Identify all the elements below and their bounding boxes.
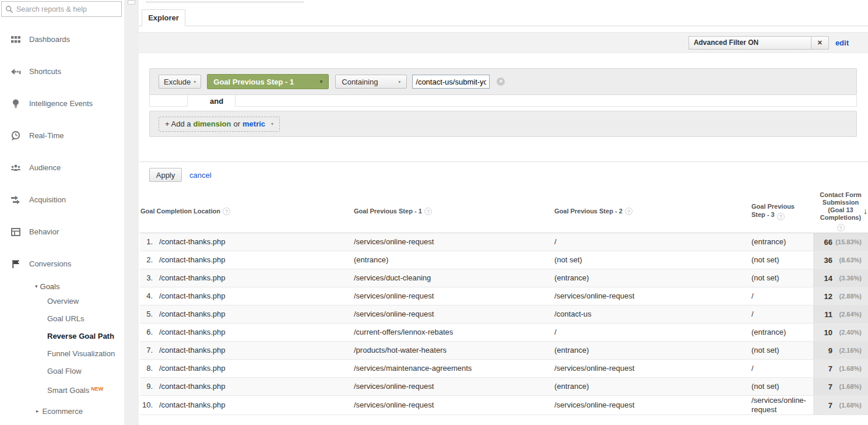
sidebar-item-goals-overview[interactable]: Overview [0,293,124,310]
filter-condition-row: Exclude▾ Goal Previous Step - 1▾ Contain… [149,68,857,95]
advanced-filter-edit-link[interactable]: edit [835,38,849,47]
column-header-metric[interactable]: Contact Form Submission (Goal 13 Complet… [813,189,868,233]
cell-goal-completion-location: /contact-thanks.php [153,310,354,319]
cell-goal-previous-step-1: /products/hot-water-heaters [354,346,554,355]
sidebar-item-smart-goals[interactable]: Smart GoalsNEW [0,380,124,398]
exclude-dropdown[interactable]: Exclude▾ [159,75,201,89]
help-icon[interactable]: ? [777,213,785,220]
cell-goal-completion-location: /contact-thanks.php [153,255,354,265]
report-search-box[interactable] [1,1,122,17]
chevron-down-icon: ▾ [320,79,323,85]
tab-explorer[interactable]: Explorer [142,9,185,26]
sidebar-item-goal-urls[interactable]: Goal URLs [0,310,124,328]
chevron-down-icon: ▾ [194,79,196,85]
sidebar-item-shortcuts[interactable]: Shortcuts [0,55,124,87]
clear-filter-icon[interactable]: ✕ [497,78,505,86]
cell-goal-previous-step-3: (entrance) [751,328,813,337]
report-toolbar: Advanced Filter ON ✕ edit [139,32,868,53]
table-row: 9. /contact-thanks.php /services/online-… [140,378,868,396]
dimension-select-label: Goal Previous Step - 1 [213,78,294,86]
dimension-select[interactable]: Goal Previous Step - 1▾ [207,74,329,89]
layout-icon [10,227,21,237]
sidebar-item-reverse-goal-path[interactable]: Reverse Goal Path [0,328,124,345]
metric-percent: (1.68%) [832,402,862,409]
sidebar-scrollbar[interactable] [124,0,139,425]
sidebar-item-goal-flow[interactable]: Goal Flow [0,363,124,380]
table-row: 2. /contact-thanks.php (entrance) (not s… [140,251,868,269]
cell-metric: 36 (8.63%) [813,251,868,269]
metric-percent: (1.68%) [832,383,862,390]
column-header-label: Goal Previous Step - 2 [554,208,623,215]
metric-value: 11 [824,310,832,319]
metric-percent: (8.63%) [832,257,862,264]
sidebar-item-behavior[interactable]: Behavior [0,216,124,248]
cell-metric: 10 (2.40%) [813,324,868,341]
reverse-goal-path-table: Goal Completion Location? Goal Previous … [140,189,868,415]
cancel-link[interactable]: cancel [189,171,212,180]
filter-and-row: and [149,95,857,111]
sidebar-item-funnel-visualization[interactable]: Funnel Visualization [0,345,124,363]
sidebar-item-goals[interactable]: ▾ Goals [0,280,124,293]
tab-bar: Explorer [139,9,868,26]
table-row: 4. /contact-thanks.php /services/online-… [140,287,868,305]
cell-goal-previous-step-3: / [751,364,813,373]
sidebar-item-label: Behavior [29,227,59,236]
add-dimension-or-metric-button[interactable]: + Add a dimension or metric ▾ [159,117,280,132]
cell-goal-previous-step-2: /services/online-request [554,291,751,301]
close-icon: ✕ [817,39,823,46]
advanced-filter-close-button[interactable]: ✕ [811,37,828,49]
add-dimension-link[interactable]: dimension [193,120,231,128]
cell-goal-previous-step-1: /services/online-request [354,291,554,301]
cell-goal-previous-step-1: /services/online-request [354,237,554,247]
lightbulb-icon [10,99,21,109]
sidebar-item-real-time[interactable]: Real-Time [0,120,124,152]
metric-value: 36 [824,256,832,265]
sidebar-item-ecommerce[interactable]: ▸ Ecommerce [0,402,124,420]
row-rank: 7. [140,346,153,355]
cell-goal-previous-step-1: /services/online-request [354,310,554,319]
filter-value-input[interactable] [412,75,490,89]
match-type-dropdown[interactable]: Containing▾ [335,75,407,89]
add-dimension-row: + Add a dimension or metric ▾ [149,111,857,137]
apply-button[interactable]: Apply [149,168,182,182]
sidebar-item-audience[interactable]: Audience [0,152,124,184]
sort-desc-icon[interactable]: ↓ [863,206,867,216]
advanced-filter-label: Advanced Filter ON [689,37,811,49]
and-connector-right [235,95,857,107]
sidebar-scrollbar-thumb[interactable] [128,0,135,5]
add-prefix-label: + Add a [165,120,191,128]
metric-value: 14 [824,274,832,283]
sidebar-item-acquisition[interactable]: Acquisition [0,184,124,216]
table-body: 1. /contact-thanks.php /services/online-… [140,233,868,415]
cell-metric: 66 (15.83%) [813,233,868,251]
sidebar-item-dashboards[interactable]: Dashboards [0,23,124,55]
metric-value: 10 [824,328,832,337]
column-header-goal-previous-step-3[interactable]: Goal Previous Step - 3? [751,189,813,233]
help-icon[interactable]: ? [837,224,845,231]
search-icon [5,5,13,13]
add-metric-link[interactable]: metric [243,120,265,128]
cell-goal-previous-step-2: (entrance) [554,382,751,391]
column-header-goal-completion-location[interactable]: Goal Completion Location? [140,189,354,233]
column-header-goal-previous-step-2[interactable]: Goal Previous Step - 2? [554,189,751,233]
metric-value: 12 [824,292,832,301]
row-rank: 10. [140,401,153,410]
sidebar-item-label: Conversions [29,259,71,268]
column-header-goal-previous-step-1[interactable]: Goal Previous Step - 1? [354,189,554,233]
cell-goal-completion-location: /contact-thanks.php [153,237,354,247]
cell-metric: 11 (2.64%) [813,305,868,323]
sidebar-item-conversions[interactable]: Conversions [0,248,124,280]
help-icon[interactable]: ? [223,208,230,215]
cell-goal-completion-location: /contact-thanks.php [153,364,354,373]
top-divider [146,2,304,2]
search-input[interactable] [16,5,121,13]
row-rank: 4. [140,291,153,301]
add-or-label: or [233,120,240,128]
cell-goal-previous-step-2: (entrance) [554,273,751,283]
help-icon[interactable]: ? [424,208,432,215]
cell-goal-completion-location: /contact-thanks.php [153,382,354,391]
sidebar-item-intelligence-events[interactable]: Intelligence Events [0,87,124,120]
flag-icon [10,259,21,269]
help-icon[interactable]: ? [625,208,632,215]
cell-metric: 12 (2.88%) [813,287,868,305]
